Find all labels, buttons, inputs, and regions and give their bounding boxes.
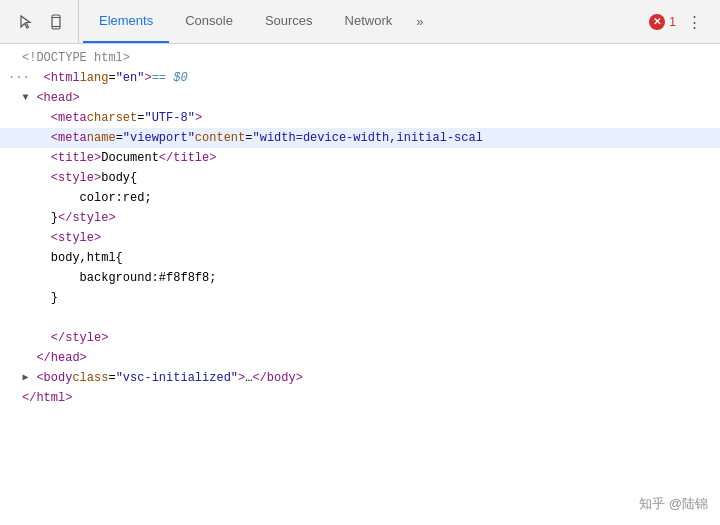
expand-arrow[interactable]	[22, 88, 36, 108]
tab-sources[interactable]: Sources	[249, 0, 329, 43]
code-line[interactable]: <!DOCTYPE html>	[0, 48, 720, 68]
svg-point-3	[56, 27, 57, 28]
code-line[interactable]: </html>	[0, 388, 720, 408]
code-line[interactable]: <title>Document</title>	[0, 148, 720, 168]
code-line[interactable]: <meta name="viewport" content="width=dev…	[0, 128, 720, 148]
code-line[interactable]: body,html{	[0, 248, 720, 268]
code-area[interactable]: <!DOCTYPE html>···<html lang="en"> == $0…	[0, 44, 720, 525]
cursor-icon[interactable]	[12, 8, 40, 36]
code-line[interactable]: }	[0, 288, 720, 308]
tab-console[interactable]: Console	[169, 0, 249, 43]
settings-icon[interactable]: ⋮	[680, 8, 708, 36]
tab-network[interactable]: Network	[329, 0, 409, 43]
code-line[interactable]: }</style>	[0, 208, 720, 228]
code-line[interactable]: <meta charset="UTF-8">	[0, 108, 720, 128]
code-line[interactable]: background:#f8f8f8;	[0, 268, 720, 288]
devtools-icons	[4, 0, 79, 43]
tab-elements[interactable]: Elements	[83, 0, 169, 43]
code-line[interactable]: ···<html lang="en"> == $0	[0, 68, 720, 88]
code-line[interactable]	[0, 308, 720, 328]
code-line[interactable]: <style>	[0, 228, 720, 248]
code-line[interactable]: <head>	[0, 88, 720, 108]
code-line[interactable]: <body class="vsc-initialized">…</body>	[0, 368, 720, 388]
more-tabs-button[interactable]: »	[408, 0, 431, 43]
collapse-arrow[interactable]	[22, 368, 36, 388]
devtools-header: Elements Console Sources Network » ✕ 1 ⋮	[0, 0, 720, 44]
mobile-icon[interactable]	[42, 8, 70, 36]
error-badge: ✕ 1	[649, 14, 676, 30]
code-line[interactable]: color:red;	[0, 188, 720, 208]
header-right: ✕ 1 ⋮	[649, 8, 716, 36]
code-line[interactable]: <style>body{	[0, 168, 720, 188]
error-circle: ✕	[649, 14, 665, 30]
code-line[interactable]: </style>	[0, 328, 720, 348]
code-line[interactable]: </head>	[0, 348, 720, 368]
tabs-bar: Elements Console Sources Network »	[79, 0, 436, 43]
